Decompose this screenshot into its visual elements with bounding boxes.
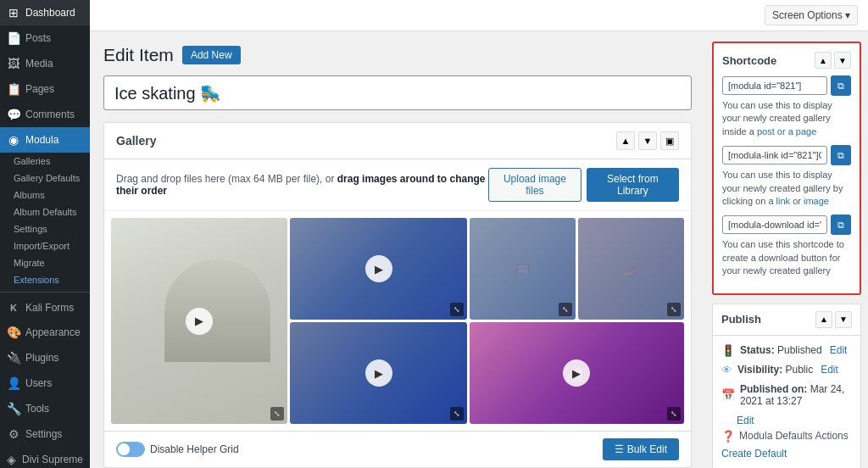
sidebar-item-posts[interactable]: 📄 Posts: [0, 25, 90, 51]
gallery-drop-buttons: Upload image files Select from Library: [488, 168, 679, 202]
sidebar-label-divi: Divi Supreme: [22, 454, 83, 465]
sidebar-item-pages[interactable]: 📋 Pages: [0, 76, 90, 102]
shortcode-expand-button[interactable]: ▼: [834, 52, 851, 69]
sidebar-item-modula[interactable]: ◉ Modula: [0, 127, 90, 153]
sidebar-item-galleries[interactable]: Galleries: [8, 153, 90, 170]
sidebar-item-migrate[interactable]: Migrate: [8, 254, 90, 271]
shortcode-input-2[interactable]: [722, 146, 827, 164]
sidebar-item-settings[interactable]: Settings: [8, 220, 90, 237]
pages-icon: 📋: [7, 82, 20, 96]
sidebar-item-albums[interactable]: Albums: [8, 187, 90, 203]
users-icon: 👤: [7, 376, 20, 390]
sidebar-item-tools[interactable]: 🔧 Tools: [0, 396, 90, 421]
sidebar-item-divi[interactable]: ◈ Divi Supreme: [0, 447, 90, 468]
appearance-icon: 🎨: [7, 326, 20, 339]
publish-collapse-button[interactable]: ▲: [815, 311, 832, 328]
page-title: Edit Item: [103, 45, 174, 65]
sidebar-label-album-defaults: Album Defaults: [14, 207, 77, 217]
date-icon: 📅: [721, 388, 735, 401]
divi-icon: ◈: [7, 453, 17, 466]
select-library-button[interactable]: Select from Library: [587, 168, 679, 202]
sidebar-item-appearance[interactable]: 🎨 Appearance: [0, 320, 90, 345]
post-page-link[interactable]: post or a page: [757, 126, 816, 136]
gallery-cell-5[interactable]: 🏒 ▶ ⤡: [290, 322, 466, 424]
sidebar-item-album-defaults[interactable]: Album Defaults: [8, 203, 90, 220]
plugins-icon: 🔌: [7, 351, 20, 365]
upload-image-button[interactable]: Upload image files: [488, 168, 581, 202]
shortcode-title: Shortcode: [722, 54, 776, 67]
gallery-collapse-button[interactable]: ▲: [616, 131, 635, 150]
defaults-icon: ❓: [721, 430, 735, 443]
modula-defaults-row: ❓ Modula Defaults Actions: [721, 430, 852, 443]
sidebar-label-pages: Pages: [25, 83, 54, 95]
sidebar-item-dashboard[interactable]: ⊞ Dashboard: [0, 0, 90, 25]
sidebar-label-settings: Settings: [14, 224, 47, 234]
publish-box: Publish ▲ ▼ 🚦 Status: Published Edit 👁 V…: [712, 304, 861, 468]
sidebar-item-settings2[interactable]: ⚙ Settings: [0, 421, 90, 447]
shortcode-row-1: ⧉ You can use this to display your newly…: [722, 75, 851, 138]
gallery-detach-button[interactable]: ▣: [660, 131, 679, 150]
image-link[interactable]: image: [804, 196, 829, 206]
bulk-edit-label: Bulk Edit: [627, 443, 667, 455]
sidebar-item-users[interactable]: 👤 Users: [0, 370, 90, 396]
shortcode-collapse-button[interactable]: ▲: [815, 52, 832, 69]
resize-icon-3: ⤡: [559, 303, 572, 316]
main-area: Screen Options ▾ Edit Item Add New Galle…: [90, 0, 868, 468]
sidebar-item-plugins[interactable]: 🔌 Plugins: [0, 345, 90, 370]
publish-controls: ▲ ▼: [815, 311, 852, 328]
add-new-button[interactable]: Add New: [182, 46, 241, 64]
bulk-edit-button[interactable]: ☰ Bulk Edit: [603, 438, 679, 460]
copy-shortcode-3-button[interactable]: ⧉: [831, 214, 851, 235]
defaults-label: Modula Defaults Actions: [739, 430, 849, 442]
visibility-icon: 👁: [721, 364, 732, 376]
content-area: Edit Item Add New Gallery ▲ ▼ ▣ Drag and…: [90, 31, 868, 468]
date-edit-link[interactable]: Edit: [737, 415, 754, 426]
shortcode-row-2: ⧉ You can use this to display your newly…: [722, 145, 851, 208]
shortcode-desc-3: You can use this shortcode to create a d…: [722, 238, 851, 277]
visibility-edit-link[interactable]: Edit: [821, 364, 838, 376]
status-text: Status: Published: [740, 344, 822, 356]
sidebar-item-media[interactable]: 🖼 Media: [0, 51, 90, 76]
gallery-cell-3[interactable]: 🥅 ⤡: [470, 218, 576, 320]
shortcode-row-3: ⧉ You can use this shortcode to create a…: [722, 214, 851, 277]
sidebar: ⊞ Dashboard 📄 Posts 🖼 Media 📋 Pages 💬 Co…: [0, 0, 90, 468]
status-edit-link[interactable]: Edit: [830, 344, 848, 356]
gallery-title: Gallery: [116, 134, 156, 148]
publish-date-row: 📅 Published on: Mar 24, 2021 at 13:27: [721, 383, 852, 407]
sidebar-label-modula: Modula: [25, 134, 58, 146]
sidebar-label-dashboard: Dashboard: [25, 7, 75, 19]
sidebar-item-kali-forms[interactable]: K Kali Forms: [0, 296, 90, 320]
topbar: Screen Options ▾: [90, 0, 868, 31]
gallery-cell-4[interactable]: 🏒 ⤡: [578, 218, 684, 320]
screen-options-button[interactable]: Screen Options ▾: [765, 5, 858, 25]
sidebar-label-tools: Tools: [25, 403, 49, 415]
sidebar-item-comments[interactable]: 💬 Comments: [0, 102, 90, 127]
gallery-controls: ▲ ▼ ▣: [616, 131, 679, 150]
item-title-input[interactable]: [103, 75, 692, 110]
publish-expand-button[interactable]: ▼: [835, 311, 852, 328]
modula-icon: ◉: [7, 133, 20, 147]
sidebar-label-comments: Comments: [25, 109, 75, 120]
resize-icon-5: ⤡: [450, 407, 464, 421]
sidebar-label-posts: Posts: [25, 32, 51, 44]
sidebar-item-import-export[interactable]: Import/Export: [8, 237, 90, 254]
sidebar-label-appearance: Appearance: [25, 326, 81, 338]
gallery-cell-2[interactable]: 🏒 ▶ ⤡: [290, 218, 466, 320]
publish-visibility-row: 👁 Visibility: Public Edit: [721, 364, 852, 376]
shortcode-input-row-1: ⧉: [722, 75, 851, 96]
sidebar-label-galleries: Galleries: [14, 156, 50, 166]
shortcode-input-3[interactable]: [722, 215, 827, 234]
helper-grid-toggle[interactable]: [116, 442, 145, 457]
create-default-link[interactable]: Create Default: [721, 448, 852, 460]
shortcode-input-1[interactable]: [722, 76, 827, 95]
link-link[interactable]: link: [776, 196, 791, 206]
gallery-cell-6[interactable]: ⛸ ▶ ⤡: [470, 322, 684, 424]
copy-shortcode-1-button[interactable]: ⧉: [831, 75, 851, 96]
copy-shortcode-2-button[interactable]: ⧉: [831, 145, 851, 165]
resize-icon-1: ⤡: [270, 407, 284, 421]
sidebar-item-extensions[interactable]: Extensions: [8, 271, 90, 288]
gallery-header: Gallery ▲ ▼ ▣: [104, 123, 691, 159]
gallery-expand-button[interactable]: ▼: [638, 131, 657, 150]
sidebar-item-gallery-defaults[interactable]: Gallery Defaults: [8, 170, 90, 187]
gallery-cell-1[interactable]: ▶ ⤡: [111, 218, 287, 424]
